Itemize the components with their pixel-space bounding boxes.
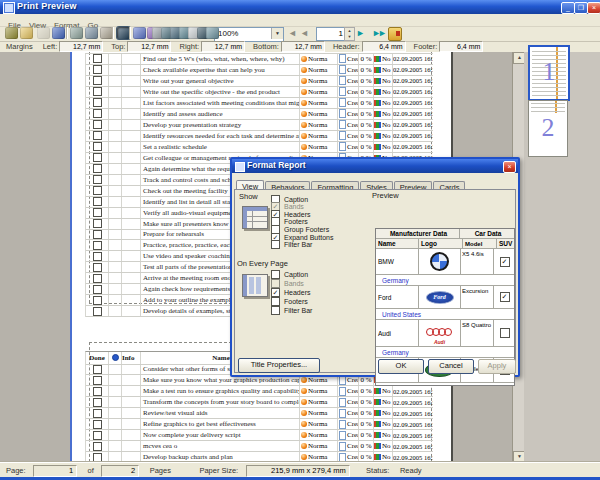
done-checkbox[interactable] bbox=[93, 252, 102, 261]
occurrence-icon bbox=[374, 111, 381, 117]
priority-value-cell: Norma bbox=[300, 386, 338, 396]
done-checkbox[interactable] bbox=[93, 87, 102, 96]
done-checkbox[interactable] bbox=[93, 153, 102, 162]
chevron-down-icon[interactable]: ▼ bbox=[271, 28, 283, 39]
done-checkbox[interactable] bbox=[93, 307, 102, 316]
page-number-input[interactable]: 1 bbox=[316, 27, 346, 41]
done-checkbox[interactable] bbox=[93, 65, 102, 74]
done-checkbox[interactable] bbox=[93, 175, 102, 184]
checkbox-icon[interactable] bbox=[271, 306, 280, 315]
preview-group-row: United States bbox=[376, 309, 514, 320]
done-checkbox[interactable] bbox=[93, 365, 102, 374]
margin-top-value[interactable]: 12,7 mm bbox=[127, 41, 171, 52]
done-checkbox[interactable] bbox=[93, 120, 102, 129]
done-checkbox[interactable] bbox=[93, 409, 102, 418]
done-checkbox[interactable] bbox=[93, 197, 102, 206]
task-name: List factors associated with meeting con… bbox=[141, 98, 300, 108]
done-checkbox[interactable] bbox=[93, 164, 102, 173]
bmw-logo bbox=[419, 249, 461, 274]
margin-bottom-value[interactable]: 12,7 mm bbox=[281, 41, 325, 52]
done-cell bbox=[86, 375, 109, 385]
done-checkbox[interactable] bbox=[93, 54, 102, 63]
suv-checkbox[interactable]: ✓ bbox=[500, 257, 510, 267]
every-page-footers-checkbox[interactable]: Footers bbox=[271, 297, 308, 305]
customize-button-icon[interactable] bbox=[5, 27, 18, 39]
margin-right-label: Right: bbox=[179, 41, 199, 52]
done-checkbox[interactable] bbox=[93, 131, 102, 140]
done-checkbox[interactable] bbox=[93, 376, 102, 385]
every-page-headers-checkbox[interactable]: ✓Headers bbox=[271, 288, 310, 296]
maximize-button[interactable]: ❐ bbox=[574, 2, 588, 14]
done-checkbox[interactable] bbox=[93, 398, 102, 407]
done-checkbox[interactable] bbox=[93, 387, 102, 396]
next-page-button[interactable]: ► bbox=[356, 28, 365, 39]
done-checkbox[interactable] bbox=[93, 208, 102, 217]
dialog-close-icon[interactable]: × bbox=[503, 161, 516, 173]
status-text: Crea bbox=[347, 431, 359, 439]
export-button-icon[interactable] bbox=[52, 27, 65, 39]
close-preview-button[interactable] bbox=[388, 27, 402, 41]
priority-cell bbox=[109, 441, 122, 451]
apply-button[interactable]: Apply bbox=[478, 359, 516, 374]
every-page-filter-bar-checkbox[interactable]: Filter Bar bbox=[271, 306, 312, 314]
done-checkbox[interactable] bbox=[93, 142, 102, 151]
done-checkbox[interactable] bbox=[93, 285, 102, 294]
scale-button-icon[interactable] bbox=[133, 27, 146, 39]
done-checkbox[interactable] bbox=[93, 431, 102, 440]
page-number-spinner[interactable]: ▲▼ bbox=[344, 27, 355, 41]
occurrence-cell: No bbox=[374, 131, 393, 141]
priority-cell bbox=[109, 273, 122, 283]
margin-left-value[interactable]: 12,7 mm bbox=[59, 41, 103, 52]
page-thumbnail-2[interactable]: 2 bbox=[528, 100, 568, 157]
done-checkbox[interactable] bbox=[93, 241, 102, 250]
done-cell bbox=[86, 109, 109, 119]
done-checkbox[interactable] bbox=[93, 186, 102, 195]
done-checkbox[interactable] bbox=[93, 453, 102, 462]
done-checkbox[interactable] bbox=[93, 263, 102, 272]
close-button[interactable]: × bbox=[587, 2, 600, 14]
checkbox-icon[interactable] bbox=[271, 270, 280, 279]
done-checkbox[interactable] bbox=[93, 219, 102, 228]
print-button-icon[interactable] bbox=[70, 27, 83, 39]
done-checkbox[interactable] bbox=[93, 109, 102, 118]
date-cell: 02.09.2005 16:34 bbox=[393, 54, 433, 64]
margin-header-value[interactable]: 6,4 mm bbox=[362, 41, 406, 52]
view-continuous-button-icon[interactable] bbox=[206, 27, 219, 39]
done-checkbox[interactable] bbox=[93, 98, 102, 107]
percent-complete-cell: 0 % bbox=[359, 419, 374, 429]
suv-checkbox[interactable]: ✓ bbox=[500, 292, 510, 302]
done-checkbox[interactable] bbox=[93, 274, 102, 283]
done-checkbox[interactable] bbox=[93, 76, 102, 85]
done-cell bbox=[86, 54, 109, 64]
open-button-icon[interactable] bbox=[20, 27, 33, 39]
margin-footer-value[interactable]: 6,4 mm bbox=[439, 41, 483, 52]
dialog-title-bar[interactable]: Format Report × bbox=[232, 159, 518, 173]
format-report-dialog: Format Report × ViewBehaviorsFormattingS… bbox=[230, 157, 520, 377]
done-checkbox[interactable] bbox=[93, 442, 102, 451]
suv-checkbox[interactable] bbox=[500, 328, 510, 338]
show-filter-bar-checkbox[interactable]: Filter Bar bbox=[271, 241, 312, 249]
task-name: Make a test run to ensure graphics quali… bbox=[141, 386, 300, 396]
margin-right-value[interactable]: 12,7 mm bbox=[201, 41, 245, 52]
checkbox-icon[interactable]: ✓ bbox=[271, 288, 280, 297]
priority-text: Norma bbox=[308, 55, 327, 63]
ok-button[interactable]: OK bbox=[378, 359, 424, 374]
minimize-button[interactable]: _ bbox=[561, 2, 575, 14]
priority-cell bbox=[109, 65, 122, 75]
last-page-button[interactable]: ►► bbox=[372, 28, 384, 39]
done-header[interactable]: Done bbox=[86, 352, 109, 364]
priority-header[interactable] bbox=[109, 352, 122, 364]
done-checkbox[interactable] bbox=[93, 296, 102, 305]
zoom-combobox[interactable]: 100% ▼ bbox=[214, 27, 284, 42]
page-label: Page: bbox=[6, 463, 26, 478]
page-thumbnail-1[interactable]: 1 bbox=[528, 45, 570, 101]
every-page-caption-checkbox[interactable]: Caption bbox=[271, 270, 308, 278]
quick-print-button-icon[interactable] bbox=[85, 27, 98, 39]
info-header[interactable]: Info bbox=[122, 352, 141, 364]
title-properties-button[interactable]: Title Properties... bbox=[238, 358, 320, 373]
checkbox-icon[interactable] bbox=[271, 297, 280, 306]
checkbox-icon[interactable] bbox=[271, 240, 280, 249]
cancel-button[interactable]: Cancel bbox=[428, 359, 474, 374]
done-checkbox[interactable] bbox=[93, 230, 102, 239]
done-checkbox[interactable] bbox=[93, 420, 102, 429]
